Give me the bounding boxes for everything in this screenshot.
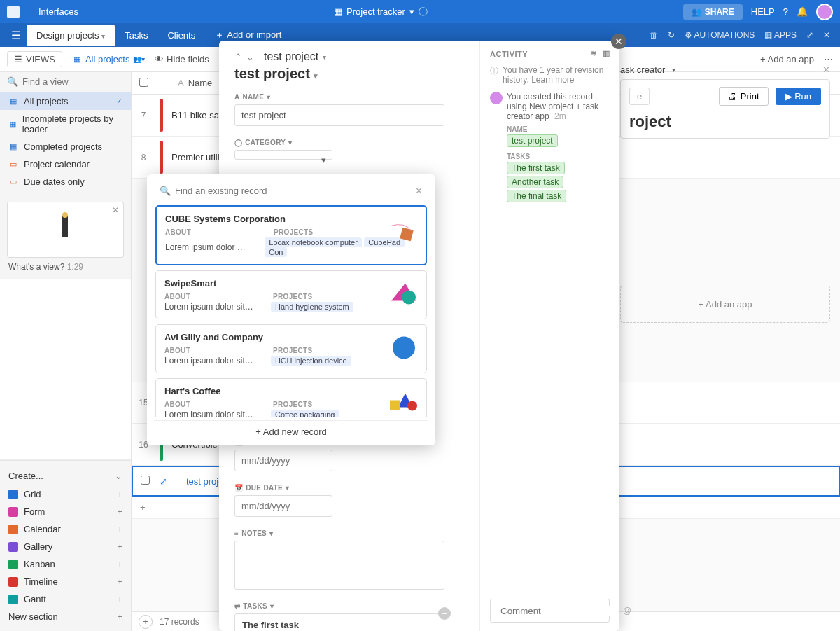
column-name[interactable]: Name bbox=[188, 78, 213, 88]
link-record-card[interactable]: Hart's Coffee ABOUTPROJECTS Lorem ipsum … bbox=[155, 378, 427, 417]
svg-point-1 bbox=[62, 212, 68, 218]
field-label-notes: ≡NOTES▾ bbox=[234, 529, 464, 537]
chevron-down-icon[interactable]: ▾ bbox=[323, 53, 326, 61]
more-icon[interactable]: ⋯ bbox=[824, 54, 833, 64]
record-title[interactable]: test project bbox=[234, 66, 310, 81]
category-select[interactable] bbox=[234, 150, 332, 160]
table-tab-clients[interactable]: Clients bbox=[158, 25, 205, 46]
view-item[interactable]: ▦Completed projects bbox=[0, 138, 131, 155]
close-thumb-icon[interactable]: ✕ bbox=[112, 205, 119, 215]
chevron-down-icon[interactable]: ▾ bbox=[410, 6, 414, 17]
create-view-item[interactable]: Kanban+ bbox=[0, 555, 131, 573]
create-header[interactable]: Create...⌄ bbox=[0, 466, 131, 485]
menu-icon[interactable]: ☰ bbox=[6, 29, 27, 42]
select-all-checkbox[interactable] bbox=[139, 78, 148, 87]
add-record-fab[interactable]: + bbox=[139, 615, 153, 629]
view-type-icon bbox=[8, 542, 18, 552]
info-icon[interactable]: ⓘ bbox=[419, 6, 428, 18]
table-tab-design-projects[interactable]: Design projects ▾ bbox=[27, 25, 115, 46]
create-view-item[interactable]: Gallery+ bbox=[0, 538, 131, 555]
next-record-icon[interactable]: ⌄ bbox=[246, 52, 254, 62]
activity-task-pill: The final task bbox=[507, 190, 566, 202]
create-view-item[interactable]: Calendar+ bbox=[0, 520, 131, 538]
history-icon[interactable]: ↻ bbox=[668, 30, 675, 40]
video-thumbnail[interactable]: ✕ bbox=[7, 202, 124, 258]
field-label-name: ANAME▾ bbox=[234, 93, 464, 101]
app-input[interactable]: e bbox=[629, 88, 650, 105]
view-item[interactable]: ▦Incomplete projects by leader bbox=[0, 110, 131, 138]
chevron-down-icon[interactable]: ▾ bbox=[102, 32, 105, 40]
bell-icon[interactable]: 🔔 bbox=[797, 6, 808, 17]
view-item[interactable]: ▭Due dates only bbox=[0, 173, 131, 190]
help-link[interactable]: HELP bbox=[751, 6, 775, 17]
close-icon[interactable]: ✕ bbox=[823, 30, 830, 40]
table-tab-tasks[interactable]: Tasks bbox=[115, 25, 158, 46]
link-record-card[interactable]: SwipeSmart ABOUTPROJECTS Lorem ipsum dol… bbox=[155, 270, 427, 319]
activity-tasks-label: TASKS bbox=[507, 153, 610, 160]
cal-icon: ▭ bbox=[8, 177, 18, 187]
expand-icon[interactable]: ⤢ bbox=[160, 476, 167, 487]
cal-icon: ▭ bbox=[8, 160, 18, 169]
linked-task[interactable]: The first task− bbox=[234, 613, 444, 631]
record-count: 17 records bbox=[160, 617, 200, 627]
user-avatar[interactable] bbox=[816, 4, 833, 20]
at-icon[interactable]: @ bbox=[623, 606, 631, 616]
table-icon: ▦ bbox=[334, 6, 342, 17]
add-new-record-button[interactable]: + Add new record bbox=[154, 420, 428, 440]
activity-title: ACTIVITY bbox=[490, 50, 528, 58]
rss-icon[interactable]: ≋ bbox=[590, 49, 597, 58]
name-input[interactable] bbox=[234, 104, 444, 126]
due-input[interactable] bbox=[234, 495, 332, 517]
layout-icon[interactable]: ▥ bbox=[603, 49, 610, 58]
view-item[interactable]: ▭Project calendar bbox=[0, 155, 131, 173]
user-avatar-icon bbox=[490, 92, 503, 104]
create-view-item[interactable]: Timeline+ bbox=[0, 573, 131, 590]
apps-link[interactable]: ▦ APPS bbox=[764, 30, 797, 40]
grid-icon: ▦ bbox=[8, 119, 17, 129]
add-app-card[interactable]: + Add an app bbox=[620, 286, 830, 323]
new-section-button[interactable]: New section+ bbox=[0, 608, 131, 625]
create-view-item[interactable]: Gantt+ bbox=[0, 590, 131, 608]
share-button[interactable]: 👥SHARE bbox=[683, 4, 743, 20]
thumb-time: 1:29 bbox=[67, 262, 83, 272]
close-popup-icon[interactable]: ✕ bbox=[415, 186, 423, 196]
thumb-caption: What's a view? bbox=[8, 262, 64, 272]
hide-fields-button[interactable]: 👁 Hide fields bbox=[155, 54, 209, 64]
search-icon: 🔍 bbox=[7, 76, 18, 87]
create-view-item[interactable]: Grid+ bbox=[0, 485, 131, 503]
grid-icon: ▦ bbox=[8, 142, 18, 152]
link-record-card[interactable]: Avi Gilly and Company ABOUTPROJECTS Lore… bbox=[155, 324, 427, 373]
view-item[interactable]: ▦All projects✓ bbox=[0, 92, 131, 110]
base-title[interactable]: Project tracker bbox=[346, 6, 405, 17]
create-view-item[interactable]: Form+ bbox=[0, 503, 131, 520]
find-view-input[interactable] bbox=[22, 76, 140, 87]
notes-textarea[interactable] bbox=[234, 541, 444, 590]
chevron-down-icon[interactable]: ▾ bbox=[314, 71, 318, 80]
interfaces-link[interactable]: Interfaces bbox=[38, 6, 78, 17]
help-icon[interactable]: ? bbox=[783, 6, 788, 17]
trash-icon[interactable]: 🗑 bbox=[650, 30, 658, 40]
prev-record-icon[interactable]: ⌃ bbox=[234, 52, 242, 62]
app-name[interactable]: ask creator bbox=[620, 64, 665, 75]
search-icon: 🔍 bbox=[160, 186, 171, 196]
link-record-card[interactable]: CUBE Systems Corporation ABOUTPROJECTS L… bbox=[155, 205, 427, 265]
current-view[interactable]: ▦All projects 👥▾ bbox=[72, 54, 146, 64]
chevron-down-icon[interactable]: ▾ bbox=[672, 66, 676, 74]
close-app-icon[interactable]: ✕ bbox=[822, 64, 830, 75]
remove-link-icon[interactable]: − bbox=[438, 607, 451, 620]
close-record-icon[interactable]: ✕ bbox=[611, 34, 626, 49]
add-app-button[interactable]: + Add an app bbox=[760, 54, 814, 64]
link-search-input[interactable] bbox=[175, 186, 411, 196]
automations-link[interactable]: ⚙ AUTOMATIONS bbox=[685, 30, 755, 40]
views-button[interactable]: ☰ VIEWS bbox=[7, 51, 62, 67]
expand-icon[interactable]: ⤢ bbox=[806, 30, 813, 40]
print-button[interactable]: 🖨 Print bbox=[719, 87, 769, 106]
kickoff-input[interactable] bbox=[234, 450, 332, 471]
svg-rect-2 bbox=[400, 228, 414, 242]
app-logo-icon[interactable] bbox=[7, 6, 20, 18]
learn-more-link[interactable]: Learn more bbox=[531, 75, 574, 85]
comment-input[interactable] bbox=[500, 606, 619, 616]
run-button[interactable]: ▶ Run bbox=[776, 88, 821, 105]
activity-text: You created this record using New projec… bbox=[507, 92, 598, 121]
link-record-popup: 🔍 ✕ CUBE Systems Corporation ABOUTPROJEC… bbox=[147, 174, 435, 445]
